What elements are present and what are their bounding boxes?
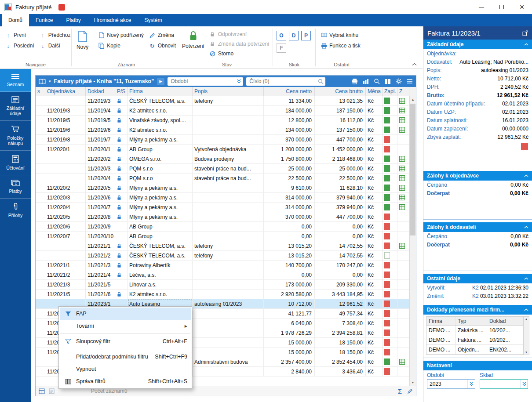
gear-icon[interactable] — [396, 78, 402, 84]
open-book-icon[interactable] — [39, 79, 46, 84]
notes-icon[interactable] — [49, 388, 55, 394]
menu-item-sloupcový-filtr[interactable]: Sloupcový filtrCtrl+Alt+F — [60, 335, 191, 348]
sidebar-item-účtování[interactable]: Účtování — [0, 151, 31, 175]
sidebar-item-přílohy[interactable]: Přílohy — [0, 199, 31, 223]
next-book-button[interactable]: ▶ — [157, 78, 164, 85]
section-basic-header[interactable]: Základní údaje — [423, 40, 532, 49]
table-row[interactable]: 11/2021/111/2021/3Potraviny Albertík140 … — [36, 261, 409, 270]
sum-icon[interactable]: Σ — [398, 388, 402, 395]
change-button[interactable]: Změna — [147, 31, 178, 39]
column-header-cena-brutto[interactable]: Cena brutto — [315, 87, 366, 96]
table-row[interactable]: 11/2019/811/2019/7Mlýny a pekárny a.s.37… — [36, 135, 409, 145]
search-records-icon[interactable] — [374, 78, 380, 84]
scroll-up-icon[interactable]: ▲ — [525, 318, 528, 320]
table-row[interactable]: 11/2021/211/2021/4Léčiva, a.s.0,000,00Kč — [36, 270, 409, 280]
table-row[interactable]: 11/2020/3PQM s.r.ostavební práce na bud.… — [36, 164, 409, 174]
copy-button[interactable]: Kopie — [96, 42, 146, 50]
change-confirm-date-button[interactable]: Změna data potvrzení — [207, 40, 272, 48]
table-row[interactable]: 11/2020/311/2020/6Mlýny a pekárny a.s.31… — [36, 193, 409, 203]
scroll-down-button[interactable]: ▼ — [410, 379, 416, 386]
tab-platby[interactable]: Platby — [59, 14, 87, 26]
table-row[interactable]: 11/2021/311/2021/5Lihovar a.s.173 000,00… — [36, 280, 409, 290]
sidebar-item-platby[interactable]: Platby — [0, 175, 31, 199]
table-row[interactable]: 11/2019/611/2019/6K2 atmitec s.r.o.134 0… — [36, 125, 409, 135]
scroll-up-button[interactable]: ▲ — [410, 96, 416, 103]
edit-pencil-icon[interactable] — [407, 388, 413, 394]
column-header-doklad[interactable]: Doklad — [86, 87, 115, 96]
chevron-down-icon[interactable]: ▾ — [49, 79, 51, 83]
functions-print-button[interactable]: Funkce a tisk — [318, 42, 365, 50]
table-row[interactable]: 11/2020/511/2020/8Mlýny a pekárny a.s.37… — [36, 212, 409, 222]
confirm-button[interactable]: Potvrzení — [181, 26, 205, 51]
table-row[interactable]: 11/2020/4PQM s.r.ostavební práce na bud.… — [36, 174, 409, 183]
period-combo-input[interactable] — [427, 381, 467, 387]
jump-d-button[interactable]: D — [289, 31, 299, 40]
transferred-col-firma[interactable]: Firma — [426, 317, 455, 325]
table-row[interactable]: 11/2020/711/2020/10AB Group0,000,00Kč — [36, 232, 409, 241]
column-header-měna[interactable]: Měna — [366, 87, 383, 96]
refresh-button[interactable]: ↻Obnovit — [147, 42, 178, 50]
double-chevron-icon[interactable] — [237, 79, 241, 84]
number-search-input[interactable] — [246, 77, 325, 86]
last-button[interactable]: ↓Poslední — [3, 42, 36, 50]
transferred-col-typ[interactable]: Typ — [455, 317, 487, 325]
tab-systém[interactable]: Systém — [138, 14, 168, 26]
table-row[interactable]: 11/2021/511/2021/6K2 atmitec s.r.o.2 920… — [36, 290, 409, 299]
layout-icon[interactable] — [39, 388, 45, 394]
table-row[interactable]: 11/2019/511/2019/5Vinařské závody, spol.… — [36, 116, 409, 125]
menu-item-přidat-odebrat-podmínku-filtru[interactable]: Přidat/odebrat podmínku filtruShift+Ctrl… — [60, 351, 191, 363]
scroll-thumb[interactable] — [410, 104, 415, 235]
menu-icon[interactable] — [407, 79, 413, 84]
table-row[interactable]: 11/2020/411/2020/7Mlýny a pekárny a.s.31… — [36, 203, 409, 212]
table-row[interactable]: 11/2020/211/2020/5Mlýny a pekárny a.s.9 … — [36, 183, 409, 193]
section-other-header[interactable]: Ostatní údaje — [423, 274, 532, 283]
jump-f-button[interactable]: F — [277, 43, 286, 53]
columns-icon[interactable] — [385, 79, 391, 84]
tab-domů[interactable]: Domů — [2, 14, 29, 26]
transferred-row[interactable]: DEMO ...Faktura ...10/202... — [426, 335, 523, 345]
expand-panel-icon[interactable] — [522, 30, 528, 36]
column-header-z[interactable]: Z — [397, 87, 409, 96]
menu-item-fap[interactable]: FAP — [60, 308, 191, 320]
sidebar-item-základní-údaje[interactable]: Základní údaje — [0, 92, 31, 121]
period-dropdown-button[interactable] — [467, 380, 475, 388]
table-row[interactable]: 11/2019/311/2019/4K2 atmitec s.r.o.134 0… — [36, 106, 409, 116]
tab-funkce[interactable]: Funkce — [29, 14, 59, 26]
select-book-button[interactable]: Vybrat knihu — [318, 31, 365, 39]
menu-item-vypnout[interactable]: Vypnout — [60, 363, 191, 375]
column-header-zapl[interactable]: Zapl. — [383, 87, 397, 96]
column-header-s[interactable]: s — [36, 87, 45, 96]
sidebar-item-položky-nákupu[interactable]: Položky nákupu — [0, 121, 31, 151]
table-row[interactable]: 11/2020/111/2020/1AB GroupVytvořená obje… — [36, 145, 409, 154]
transferred-row[interactable]: DEMO ...Objedn...EN/202... — [426, 345, 523, 355]
column-header-p-s[interactable]: P/S — [115, 87, 128, 96]
tab-hromadné-akce[interactable]: Hromadné akce — [87, 14, 138, 26]
collapse-ribbon-button[interactable] — [412, 63, 417, 66]
jump-o-button[interactable]: O — [277, 31, 286, 40]
menu-item-tovární[interactable]: Tovární▶ — [60, 320, 191, 332]
column-header-objednávka[interactable]: Objednávka — [45, 87, 86, 96]
transferred-scrollbar[interactable]: ▲▼ — [524, 316, 529, 355]
section-advances-order-header[interactable]: Zálohy k objednávce — [423, 171, 532, 181]
vertical-scrollbar[interactable]: ▲ ▼ — [409, 96, 416, 386]
column-header-firma[interactable]: Firma — [128, 87, 193, 96]
storno-button[interactable]: Storno — [207, 50, 272, 58]
sidebar-item-seznam[interactable]: Seznam — [0, 69, 31, 92]
table-row[interactable]: 11/2021/1ČESKÝ TELECOM, a.s.telefony13 0… — [36, 241, 409, 251]
chart-icon[interactable] — [363, 79, 369, 84]
first-button[interactable]: ↑První — [3, 31, 36, 40]
menu-item-správa-filtrů[interactable]: Správa filtrůShift+Ctrl+Alt+S — [60, 375, 191, 388]
table-row[interactable]: 11/2020/611/2020/9AB Group0,000,00Kč — [36, 222, 409, 232]
unconfirm-button[interactable]: Odpotvrzení — [207, 30, 272, 38]
stock-combo-input[interactable] — [480, 381, 520, 387]
section-transferred-header[interactable]: Doklady přenesené mezi firm... — [423, 305, 532, 315]
column-header-cena-netto[interactable]: Cena netto — [264, 87, 315, 96]
maximize-button[interactable] — [492, 0, 512, 14]
stock-dropdown-button[interactable] — [520, 380, 528, 388]
section-settings-header[interactable]: Nastavení — [423, 361, 532, 370]
minimize-button[interactable]: — — [471, 0, 492, 14]
period-filter-input[interactable] — [168, 77, 243, 86]
column-header-popis[interactable]: Popis — [193, 87, 264, 96]
next-button[interactable]: ↓Další — [37, 42, 74, 50]
transferred-col-doklad[interactable]: Doklad — [487, 317, 523, 325]
